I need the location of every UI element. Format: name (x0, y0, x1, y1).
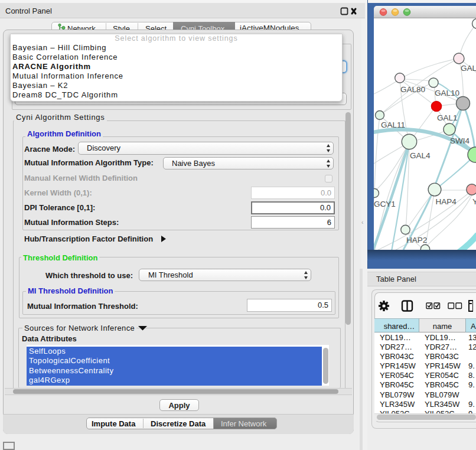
svg-text:GAL1: GAL1 (437, 113, 458, 122)
svg-text:GAL7: GAL7 (461, 64, 476, 73)
svg-text:GCY1: GCY1 (374, 200, 396, 208)
svg-text:GAL10: GAL10 (435, 89, 459, 97)
svg-text:GAL11: GAL11 (381, 120, 405, 129)
svg-text:HAP2: HAP2 (406, 236, 427, 244)
svg-text:HAP4: HAP4 (436, 197, 457, 206)
svg-text:GAL80: GAL80 (400, 85, 425, 94)
svg-text:GAL4: GAL4 (410, 151, 431, 160)
svg-text:SWI4: SWI4 (450, 136, 470, 145)
svg-text:Y: Y (472, 197, 476, 206)
